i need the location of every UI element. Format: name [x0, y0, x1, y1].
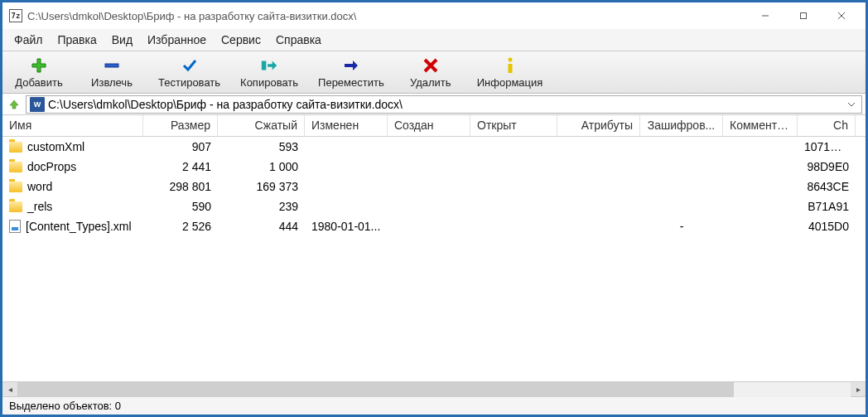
status-text: Выделено объектов: 0 [9, 400, 121, 412]
col-encrypted[interactable]: Зашифров... [640, 115, 723, 136]
file-name: customXml [27, 140, 84, 153]
file-name: [Content_Types].xml [26, 220, 132, 233]
scroll-thumb[interactable] [17, 382, 734, 397]
x-icon [422, 56, 440, 75]
file-encrypted [640, 145, 723, 148]
svg-rect-7 [508, 64, 512, 73]
status-bar: Выделено объектов: 0 [2, 396, 866, 415]
file-checksum: B71A91 [798, 198, 856, 215]
col-attributes[interactable]: Атрибуты [557, 115, 640, 136]
test-button[interactable]: Тестировать [155, 55, 224, 90]
copy-button[interactable]: Копировать [237, 55, 301, 90]
folder-icon [9, 201, 22, 212]
col-size[interactable]: Размер [143, 115, 218, 136]
file-name: word [27, 180, 52, 193]
folder-icon [9, 142, 22, 153]
file-modified [305, 185, 388, 188]
move-arrow-icon [342, 56, 360, 75]
toolbar: Добавить Извлечь Тестировать Копировать … [2, 51, 866, 94]
path-text: C:\Users\dmkol\Desktop\Бриф - на разрабо… [48, 98, 841, 111]
file-modified [305, 205, 388, 208]
svg-rect-4 [105, 64, 118, 67]
file-encrypted [640, 205, 723, 208]
table-row[interactable]: customXml 907 593 1071A57 [2, 137, 866, 157]
file-checksum: 1071A57 [798, 138, 856, 155]
folder-icon [9, 182, 22, 192]
check-icon [181, 56, 199, 75]
file-size: 2 441 [143, 158, 218, 175]
path-dropdown-button[interactable] [845, 96, 858, 113]
col-modified[interactable]: Изменен [305, 115, 388, 136]
file-list[interactable]: customXml 907 593 1071A57 docProps 2 441… [2, 137, 866, 381]
folder-icon [9, 162, 22, 172]
col-packed[interactable]: Сжатый [218, 115, 305, 136]
file-packed: 239 [218, 198, 305, 215]
move-label: Переместить [318, 76, 384, 89]
table-row[interactable]: [Content_Types].xml 2 526 444 1980-01-01… [2, 216, 866, 236]
file-checksum: 4015D0 [798, 218, 856, 235]
test-label: Тестировать [158, 76, 220, 89]
menu-edit[interactable]: Правка [51, 31, 103, 49]
menu-tools[interactable]: Сервис [215, 31, 268, 49]
file-name: docProps [27, 160, 76, 173]
file-packed: 444 [218, 218, 305, 235]
info-button[interactable]: Информация [474, 55, 547, 90]
table-row[interactable]: docProps 2 441 1 000 98D9E0 [2, 157, 866, 177]
add-button[interactable]: Добавить [9, 55, 69, 90]
docx-icon: W [30, 97, 45, 112]
add-label: Добавить [15, 76, 62, 89]
delete-button[interactable]: Удалить [401, 55, 461, 90]
close-button[interactable] [822, 4, 861, 27]
menu-bar: Файл Правка Вид Избранное Сервис Справка [2, 29, 866, 51]
file-packed: 1 000 [218, 158, 305, 175]
move-button[interactable]: Переместить [315, 55, 388, 90]
address-bar: W C:\Users\dmkol\Desktop\Бриф - на разра… [2, 94, 866, 115]
col-created[interactable]: Создан [388, 115, 470, 136]
file-size: 907 [143, 138, 218, 155]
col-name[interactable]: Имя [2, 115, 143, 136]
table-row[interactable]: _rels 590 239 B71A91 [2, 196, 866, 216]
scroll-track[interactable] [17, 382, 851, 397]
horizontal-scrollbar[interactable]: ◂ ▸ [2, 381, 866, 396]
file-modified: 1980-01-01... [305, 218, 388, 235]
minus-icon [103, 56, 121, 75]
file-size: 590 [143, 198, 218, 215]
xml-file-icon [9, 220, 21, 233]
title-bar: 7z C:\Users\dmkol\Desktop\Бриф - на разр… [2, 2, 866, 29]
file-modified [305, 145, 388, 148]
file-checksum: 8643CE [798, 178, 856, 195]
minimize-button[interactable] [746, 4, 784, 27]
column-header-row: Имя Размер Сжатый Изменен Создан Открыт … [2, 115, 866, 137]
info-icon [501, 56, 519, 75]
extract-label: Извлечь [91, 76, 133, 89]
path-input[interactable]: W C:\Users\dmkol\Desktop\Бриф - на разра… [26, 95, 862, 114]
file-encrypted [640, 185, 723, 188]
file-checksum: 98D9E0 [798, 158, 856, 175]
plus-icon [30, 56, 48, 75]
app-icon: 7z [9, 9, 22, 22]
delete-label: Удалить [410, 76, 451, 89]
svg-rect-5 [262, 61, 267, 70]
menu-view[interactable]: Вид [105, 31, 139, 49]
svg-point-6 [508, 57, 512, 61]
table-row[interactable]: word 298 801 169 373 8643CE [2, 177, 866, 196]
menu-favorites[interactable]: Избранное [141, 31, 213, 49]
file-size: 2 526 [143, 218, 218, 235]
menu-help[interactable]: Справка [269, 31, 328, 49]
info-label: Информация [477, 76, 543, 89]
maximize-button[interactable] [784, 4, 822, 27]
file-name: _rels [27, 200, 52, 213]
col-comment[interactable]: Коммента... [723, 115, 798, 136]
menu-file[interactable]: Файл [7, 31, 49, 49]
up-button[interactable] [6, 96, 22, 113]
file-size: 298 801 [143, 178, 218, 195]
col-opened[interactable]: Открыт [470, 115, 557, 136]
extract-button[interactable]: Извлечь [82, 55, 142, 90]
col-checksum[interactable]: Ch [798, 115, 856, 136]
file-encrypted [640, 165, 723, 168]
svg-rect-1 [801, 13, 807, 19]
scroll-right-button[interactable]: ▸ [851, 382, 866, 397]
file-encrypted: - [640, 218, 723, 235]
copy-arrow-icon [260, 56, 278, 75]
scroll-left-button[interactable]: ◂ [2, 382, 17, 397]
